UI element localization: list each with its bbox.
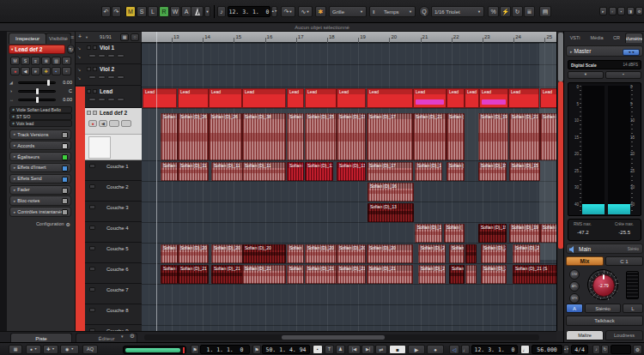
automation-button-r[interactable]: R xyxy=(159,6,169,17)
solo-button[interactable] xyxy=(93,89,97,93)
track-control-pill[interactable] xyxy=(98,75,106,79)
track-control-pill[interactable] xyxy=(88,75,96,79)
inspector-mini-button-8[interactable]: e xyxy=(31,67,40,75)
menu-icon[interactable]: ≡ xyxy=(70,34,74,40)
solo-button[interactable] xyxy=(93,67,97,71)
record-mode-dropdown[interactable]: ●▼ xyxy=(26,345,41,354)
audio-event[interactable]: Sofian xyxy=(287,244,304,263)
audio-event[interactable] xyxy=(465,265,477,284)
inspector-mini-button-4[interactable]: ▥ xyxy=(52,57,61,65)
tempo-display[interactable]: 56.000 xyxy=(532,345,562,354)
track-control-pill[interactable] xyxy=(98,98,106,101)
master-open-button[interactable]: ◄◄ xyxy=(623,49,640,56)
lane-row-1[interactable]: Couche 1 xyxy=(85,160,142,181)
chevron-down-icon[interactable]: ▼ xyxy=(120,334,124,339)
monitor-select-stéréo[interactable]: Stéréo xyxy=(585,304,621,313)
lane-row-2[interactable]: Couche 2 xyxy=(85,181,142,202)
inspector-mini-button-5[interactable]: ✕ xyxy=(62,57,71,65)
window-button-0[interactable]: ▸ xyxy=(599,7,607,15)
tab-vumètre[interactable]: Vumètre xyxy=(625,33,643,43)
audio-event[interactable]: Sofian (D)_13 xyxy=(415,162,442,181)
audio-event[interactable]: Sofian (D)_21 xyxy=(418,265,446,284)
inspector-mini-button-6[interactable]: ● xyxy=(10,67,20,75)
midi-part[interactable]: Lead xyxy=(367,88,413,108)
picture-placeholder[interactable] xyxy=(88,136,111,159)
tab-maître[interactable]: Maître xyxy=(566,330,604,340)
inspector-mini-button-10[interactable]: ▪ xyxy=(52,67,61,75)
goto-end-button[interactable]: ▶| xyxy=(361,345,374,354)
lock-icon[interactable]: ▪ xyxy=(313,345,323,354)
audio-event[interactable]: Sofian ( xyxy=(161,162,178,181)
configuration-row[interactable]: Configuration ⚙ xyxy=(7,220,74,228)
tab-média[interactable]: Média xyxy=(586,33,608,43)
audio-event[interactable]: Sofian (D)_15 xyxy=(305,113,337,160)
midi-part[interactable]: Lead xyxy=(447,88,465,108)
audio-event[interactable]: Sofian (D)_21 xyxy=(413,113,447,160)
track-control-pill[interactable] xyxy=(88,54,96,57)
lane-display-button[interactable] xyxy=(109,120,119,127)
window-button-3[interactable]: ◨ xyxy=(627,7,635,15)
volume-slider[interactable]: ◢0.00 xyxy=(9,79,72,87)
audio-event[interactable]: Sofian (D)_21 xyxy=(481,265,507,284)
delay-slider-handle[interactable] xyxy=(36,97,39,103)
auto-quantize-button[interactable]: AQ xyxy=(82,345,98,354)
transport-modes-button[interactable]: ▦ xyxy=(9,345,22,354)
vertical-scrollbar[interactable] xyxy=(556,32,563,331)
audio-event[interactable]: Sofian (D)_13 xyxy=(305,162,333,181)
audio-event[interactable]: Sofian (D)_13 xyxy=(337,113,366,160)
inspector-mini-button-9[interactable]: ✚ xyxy=(41,67,51,75)
tab-visibilite[interactable]: Visibilité xyxy=(46,33,71,44)
audio-event[interactable]: Sofian (D)_20 xyxy=(305,244,337,263)
click-button[interactable]: ♩ xyxy=(461,345,470,354)
audio-event[interactable]: Sofian (D)_19 xyxy=(478,113,508,160)
routing-row-0[interactable]: ◈Viole Sofian Lead Bello xyxy=(9,106,72,113)
transport-position-display[interactable]: 12. 3. 1. 0 xyxy=(471,345,518,354)
undo-icon[interactable]: ↶ xyxy=(101,6,111,17)
inspector-mini-button-0[interactable]: M xyxy=(10,57,20,65)
audio-event[interactable]: Sofian (D)_20 xyxy=(337,244,366,263)
lane-button[interactable] xyxy=(89,287,95,292)
metronome-icon[interactable] xyxy=(191,6,204,17)
lane-row-8[interactable]: Couche 8 xyxy=(85,304,142,325)
gear-icon[interactable]: ⚙ xyxy=(66,221,70,227)
transport-gear-icon[interactable]: ⚙ xyxy=(633,345,642,354)
control-room-afl-button[interactable]: AFL xyxy=(569,281,580,292)
track-control-pill[interactable] xyxy=(117,54,125,57)
lane-row-6[interactable]: Couche 6 xyxy=(85,263,142,284)
section-accords[interactable]: ▸Accords xyxy=(9,141,71,151)
right-locator-flag-icon[interactable]: ⚑ xyxy=(252,345,261,354)
track-row-lead[interactable]: Lead xyxy=(85,87,142,108)
window-button-4[interactable]: ⚙ xyxy=(635,7,643,15)
audio-event[interactable]: Sofian (D)_11 xyxy=(178,162,209,181)
audio-event[interactable]: Sofian ( xyxy=(449,265,465,284)
midi-part[interactable]: Lead xyxy=(540,88,556,108)
audio-event[interactable]: Sofian (D)_21 xyxy=(367,265,413,284)
grid-type-dropdown[interactable]: ‖Temps▼ xyxy=(369,6,416,17)
audio-event[interactable]: Sofian (D)_21 xyxy=(211,265,243,284)
cycle-button[interactable]: ⇄ xyxy=(375,345,387,354)
meter-scale-bar[interactable]: Digital Scale 14 dBFS xyxy=(568,60,641,69)
routing-row-1[interactable]: ◈ST S/O xyxy=(9,113,72,120)
audio-event[interactable]: Sofian (D)_21 xyxy=(305,265,337,284)
setup-icon[interactable]: ▤ xyxy=(539,6,551,17)
audio-event[interactable]: Sofian (D)_20 xyxy=(367,244,413,263)
section-fader[interactable]: ▸Fader xyxy=(9,185,71,196)
control-room-spk-button[interactable]: SPK xyxy=(569,293,580,304)
midi-part[interactable]: Lead xyxy=(337,88,366,108)
punch-mode-dropdown[interactable]: ✚▼ xyxy=(43,345,58,354)
pan-slider-track[interactable] xyxy=(18,90,56,93)
audio-event[interactable]: Sofian ( xyxy=(444,224,465,243)
monitor-select-a[interactable]: A xyxy=(566,304,583,313)
track-control-pill[interactable] xyxy=(98,54,106,57)
arranger-button[interactable]: ◁ xyxy=(449,345,459,354)
section-effets-d-insert[interactable]: ▸Effets d'Insert xyxy=(9,163,71,173)
curve-dropdown[interactable]: ∿▼ xyxy=(298,6,313,17)
track-control-pill[interactable] xyxy=(88,98,96,101)
talkback-button[interactable]: Talkback xyxy=(566,316,643,326)
toolbar-position-display[interactable]: 12. 3. 1. 0 xyxy=(228,6,270,17)
timeline-ruler[interactable]: 13141516171819202122232425 xyxy=(142,32,556,43)
audio-event[interactable]: Sofian (D)_20 xyxy=(481,244,507,263)
audio-event[interactable]: Sofian (D)_20 xyxy=(211,244,243,263)
jump-dropdown[interactable]: ↷▼ xyxy=(281,6,295,17)
meter-peak-button[interactable]: ▾ xyxy=(568,71,604,79)
